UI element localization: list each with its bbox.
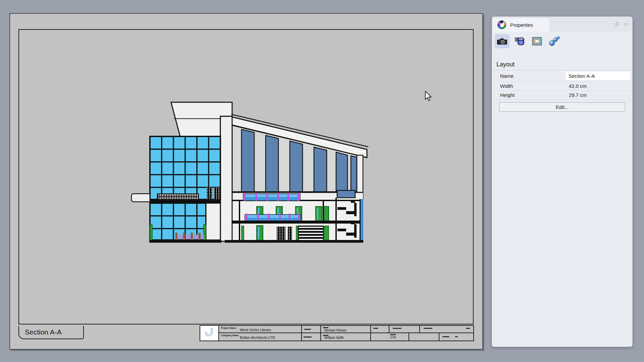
titleblock-field-dash: [442, 336, 449, 337]
height-property-row: Height 29.7 cm: [492, 90, 632, 100]
scale-value: 1/25: [390, 336, 396, 339]
company-logo: [200, 326, 219, 341]
properties-panel: Properties ⚙ ✕: [492, 16, 633, 347]
styles-tool-button[interactable]: [512, 34, 527, 48]
links-tool-button[interactable]: [547, 34, 562, 48]
width-value: 42.0 cm: [566, 83, 628, 89]
width-property-row: Width 42.0 cm: [492, 81, 632, 90]
project-name-value: West Union Library: [240, 328, 271, 332]
ground-line: [225, 240, 363, 243]
panel-close-icon[interactable]: ✕: [624, 22, 628, 27]
titleblock-field-dash: [393, 328, 401, 329]
title-block: Project Name West Union Library Company …: [200, 325, 474, 341]
properties-panel-header: Properties ⚙ ✕: [492, 17, 632, 32]
titleblock-row-divider: [200, 333, 473, 333]
titleblock-field-dash: [323, 327, 328, 328]
edit-button[interactable]: Edit...: [499, 102, 625, 112]
company-name-label: Company Name: [221, 334, 239, 337]
properties-toolbar: [492, 32, 632, 50]
properties-tab[interactable]: Properties: [493, 18, 549, 32]
central-pier: [220, 116, 232, 241]
height-value: 29.7 cm: [566, 92, 628, 98]
titleblock-field-dash: [455, 336, 458, 337]
width-label: Width: [500, 83, 566, 89]
frame-icon: [532, 37, 542, 46]
mezzanine-slab: [149, 199, 221, 203]
person-top-value: Myriam Heisen: [324, 328, 347, 332]
titleblock-field-dash: [304, 337, 312, 338]
camera-icon: [497, 37, 507, 45]
application-window: Section A-A: [0, 0, 644, 362]
camera-tool-button[interactable]: [495, 34, 509, 48]
panel-title: Properties: [510, 22, 533, 28]
titleblock-field-dash: [390, 334, 396, 335]
titleblock-field-dash: [466, 328, 470, 329]
sheet-name-tab[interactable]: Section A-A: [18, 326, 84, 339]
floor-slab: [232, 221, 361, 224]
name-property-row: Name: [492, 70, 632, 81]
entrance-canopy: [131, 194, 150, 202]
mouse-cursor: [425, 91, 433, 101]
name-label: Name: [500, 73, 566, 79]
titleblock-field-dash: [373, 328, 378, 329]
app-logo-icon: [497, 20, 506, 29]
company-name-value: Bolten Architects LTD: [240, 336, 275, 340]
panel-settings-gear-icon[interactable]: ⚙: [614, 21, 620, 27]
sheet-name-label: Section A-A: [25, 328, 62, 336]
layout-name-input[interactable]: [566, 71, 630, 80]
ground-line: [149, 240, 221, 243]
lower-railing: [245, 214, 301, 222]
building-section-drawing: [131, 101, 369, 244]
height-label: Height: [500, 92, 566, 98]
swirl-logo-icon: [203, 327, 216, 340]
layout-section-header: Layout: [496, 61, 632, 68]
titleblock-field-dash: [304, 329, 311, 330]
frame-tool-button[interactable]: [530, 34, 544, 48]
upper-railing: [243, 193, 300, 201]
styles-cylinder-icon: [514, 37, 525, 46]
titleblock-field-dash: [424, 328, 432, 329]
layout-paper-sheet: Section A-A: [9, 13, 483, 350]
link-spheres-icon: [549, 36, 560, 46]
person-bottom-value: William Seffir: [324, 336, 344, 340]
project-name-label: Project Name: [221, 327, 236, 329]
